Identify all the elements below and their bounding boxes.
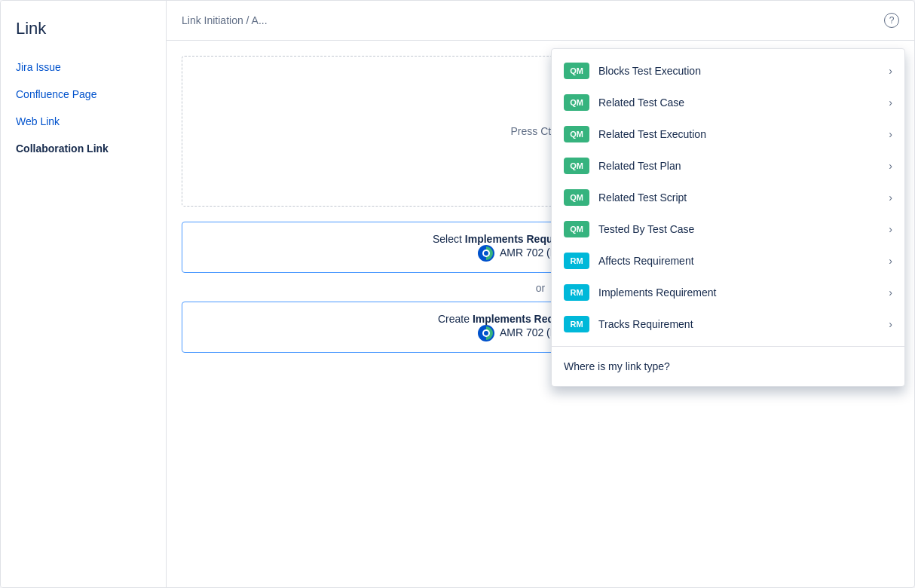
badge-qm-4: QM: [564, 189, 589, 206]
page-title: Link: [1, 19, 166, 54]
create-prefix: Create: [438, 313, 473, 325]
dropdown-item-related-test-execution[interactable]: QM Related Test Execution ›: [552, 118, 904, 150]
dropdown-label-8: Tracks Requirement: [598, 318, 889, 330]
chevron-icon-3: ›: [889, 160, 892, 172]
chevron-icon-6: ›: [889, 255, 892, 267]
content-area: Link Initiation / A... ? Press Ctrl+V QM…: [167, 1, 914, 587]
help-icon[interactable]: ?: [884, 13, 899, 28]
dropdown-label-3: Related Test Plan: [598, 160, 889, 172]
breadcrumb: Link Initiation / A...: [182, 14, 268, 26]
badge-qm-3: QM: [564, 158, 589, 174]
sidebar-item-web-link[interactable]: Web Link: [1, 108, 166, 135]
dropdown-item-related-test-script[interactable]: QM Related Test Script ›: [552, 182, 904, 213]
dropdown-divider: [552, 346, 904, 347]
content-body: Press Ctrl+V QM Blocks Test Execution › …: [167, 41, 914, 377]
content-header: Link Initiation / A... ?: [167, 1, 914, 41]
select-prefix: Select: [433, 233, 465, 245]
chevron-icon-4: ›: [889, 191, 892, 204]
sidebar-item-collaboration-link[interactable]: Collaboration Link: [1, 135, 166, 162]
chevron-icon-8: ›: [889, 318, 892, 330]
chevron-icon-5: ›: [889, 223, 892, 235]
dropdown-item-related-test-plan[interactable]: QM Related Test Plan ›: [552, 150, 904, 182]
dropdown-item-affects-requirement[interactable]: RM Affects Requirement ›: [552, 245, 904, 277]
dropdown-item-tested-by-test-case[interactable]: QM Tested By Test Case ›: [552, 213, 904, 245]
link-type-question[interactable]: Where is my link type?: [552, 353, 904, 380]
dropdown-item-blocks-test-execution[interactable]: QM Blocks Test Execution ›: [552, 55, 904, 87]
sidebar-item-jira-issue[interactable]: Jira Issue: [1, 54, 166, 81]
dropdown-item-tracks-requirement[interactable]: RM Tracks Requirement ›: [552, 308, 904, 340]
dropdown-item-related-test-case[interactable]: QM Related Test Case ›: [552, 87, 904, 118]
svg-point-5: [484, 331, 488, 335]
dropdown-item-implements-requirement[interactable]: RM Implements Requirement ›: [552, 277, 904, 308]
badge-rm-0: RM: [564, 253, 589, 269]
dropdown-label-7: Implements Requirement: [598, 286, 889, 299]
badge-rm-2: RM: [564, 316, 589, 332]
dropdown-label-6: Affects Requirement: [598, 255, 889, 267]
dropdown-label-0: Blocks Test Execution: [598, 65, 889, 77]
chevron-icon-1: ›: [889, 96, 892, 109]
chevron-icon-2: ›: [889, 128, 892, 140]
dropdown-label-4: Related Test Script: [598, 191, 889, 204]
badge-qm-0: QM: [564, 63, 589, 79]
sidebar: Link Jira Issue Confluence Page Web Link…: [1, 1, 167, 587]
dropdown-label-5: Tested By Test Case: [598, 223, 889, 235]
badge-qm-5: QM: [564, 221, 589, 237]
dropdown-label-2: Related Test Execution: [598, 128, 889, 140]
badge-qm-2: QM: [564, 126, 589, 142]
chevron-icon-0: ›: [889, 65, 892, 77]
main-container: Link Jira Issue Confluence Page Web Link…: [0, 0, 915, 588]
badge-rm-1: RM: [564, 284, 589, 301]
dropdown-label-1: Related Test Case: [598, 96, 889, 109]
dropdown-menu: QM Blocks Test Execution › QM Related Te…: [551, 48, 905, 387]
svg-point-2: [484, 251, 488, 256]
select-icon: [478, 245, 497, 262]
chevron-icon-7: ›: [889, 286, 892, 299]
badge-qm-1: QM: [564, 94, 589, 111]
sidebar-item-confluence-page[interactable]: Confluence Page: [1, 81, 166, 108]
create-icon: [478, 325, 497, 341]
